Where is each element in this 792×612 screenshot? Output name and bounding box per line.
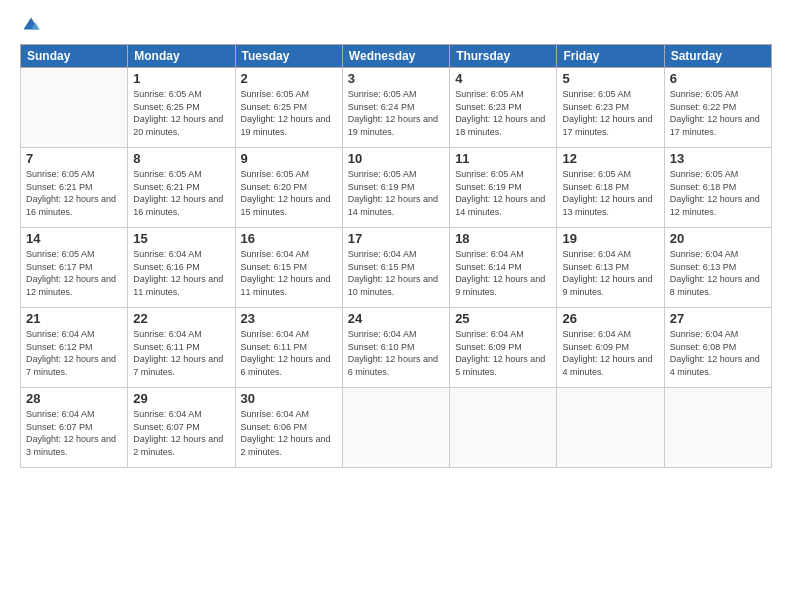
day-info: Sunrise: 6:04 AMSunset: 6:15 PMDaylight:…: [241, 248, 337, 298]
calendar-header-friday: Friday: [557, 45, 664, 68]
calendar-cell: 12Sunrise: 6:05 AMSunset: 6:18 PMDayligh…: [557, 148, 664, 228]
day-info: Sunrise: 6:05 AMSunset: 6:18 PMDaylight:…: [670, 168, 766, 218]
day-number: 15: [133, 231, 229, 246]
day-number: 19: [562, 231, 658, 246]
day-info: Sunrise: 6:05 AMSunset: 6:20 PMDaylight:…: [241, 168, 337, 218]
calendar-cell: 19Sunrise: 6:04 AMSunset: 6:13 PMDayligh…: [557, 228, 664, 308]
day-number: 4: [455, 71, 551, 86]
day-number: 18: [455, 231, 551, 246]
calendar-cell: 18Sunrise: 6:04 AMSunset: 6:14 PMDayligh…: [450, 228, 557, 308]
calendar-cell: 25Sunrise: 6:04 AMSunset: 6:09 PMDayligh…: [450, 308, 557, 388]
calendar-cell: [21, 68, 128, 148]
day-number: 21: [26, 311, 122, 326]
day-number: 5: [562, 71, 658, 86]
day-number: 7: [26, 151, 122, 166]
calendar-header-sunday: Sunday: [21, 45, 128, 68]
day-info: Sunrise: 6:05 AMSunset: 6:23 PMDaylight:…: [455, 88, 551, 138]
calendar-cell: 16Sunrise: 6:04 AMSunset: 6:15 PMDayligh…: [235, 228, 342, 308]
calendar-cell: 11Sunrise: 6:05 AMSunset: 6:19 PMDayligh…: [450, 148, 557, 228]
day-info: Sunrise: 6:04 AMSunset: 6:16 PMDaylight:…: [133, 248, 229, 298]
day-info: Sunrise: 6:04 AMSunset: 6:13 PMDaylight:…: [670, 248, 766, 298]
calendar-week-2: 7Sunrise: 6:05 AMSunset: 6:21 PMDaylight…: [21, 148, 772, 228]
day-info: Sunrise: 6:05 AMSunset: 6:23 PMDaylight:…: [562, 88, 658, 138]
calendar-header-row: SundayMondayTuesdayWednesdayThursdayFrid…: [21, 45, 772, 68]
header: [20, 16, 772, 34]
day-number: 2: [241, 71, 337, 86]
calendar-cell: 10Sunrise: 6:05 AMSunset: 6:19 PMDayligh…: [342, 148, 449, 228]
calendar-header-saturday: Saturday: [664, 45, 771, 68]
calendar-cell: 15Sunrise: 6:04 AMSunset: 6:16 PMDayligh…: [128, 228, 235, 308]
day-number: 11: [455, 151, 551, 166]
day-info: Sunrise: 6:04 AMSunset: 6:13 PMDaylight:…: [562, 248, 658, 298]
calendar-week-3: 14Sunrise: 6:05 AMSunset: 6:17 PMDayligh…: [21, 228, 772, 308]
day-info: Sunrise: 6:05 AMSunset: 6:19 PMDaylight:…: [348, 168, 444, 218]
day-info: Sunrise: 6:05 AMSunset: 6:21 PMDaylight:…: [26, 168, 122, 218]
day-info: Sunrise: 6:04 AMSunset: 6:07 PMDaylight:…: [133, 408, 229, 458]
day-info: Sunrise: 6:05 AMSunset: 6:19 PMDaylight:…: [455, 168, 551, 218]
calendar-cell: [557, 388, 664, 468]
day-number: 23: [241, 311, 337, 326]
calendar-cell: 17Sunrise: 6:04 AMSunset: 6:15 PMDayligh…: [342, 228, 449, 308]
day-info: Sunrise: 6:04 AMSunset: 6:09 PMDaylight:…: [455, 328, 551, 378]
day-info: Sunrise: 6:05 AMSunset: 6:22 PMDaylight:…: [670, 88, 766, 138]
calendar-cell: 23Sunrise: 6:04 AMSunset: 6:11 PMDayligh…: [235, 308, 342, 388]
calendar-week-4: 21Sunrise: 6:04 AMSunset: 6:12 PMDayligh…: [21, 308, 772, 388]
calendar-week-5: 28Sunrise: 6:04 AMSunset: 6:07 PMDayligh…: [21, 388, 772, 468]
day-info: Sunrise: 6:05 AMSunset: 6:25 PMDaylight:…: [133, 88, 229, 138]
day-info: Sunrise: 6:04 AMSunset: 6:15 PMDaylight:…: [348, 248, 444, 298]
calendar-cell: 20Sunrise: 6:04 AMSunset: 6:13 PMDayligh…: [664, 228, 771, 308]
calendar-cell: 27Sunrise: 6:04 AMSunset: 6:08 PMDayligh…: [664, 308, 771, 388]
calendar-cell: 13Sunrise: 6:05 AMSunset: 6:18 PMDayligh…: [664, 148, 771, 228]
calendar-cell: [664, 388, 771, 468]
calendar-cell: 30Sunrise: 6:04 AMSunset: 6:06 PMDayligh…: [235, 388, 342, 468]
calendar-cell: 5Sunrise: 6:05 AMSunset: 6:23 PMDaylight…: [557, 68, 664, 148]
day-info: Sunrise: 6:04 AMSunset: 6:06 PMDaylight:…: [241, 408, 337, 458]
logo-icon: [22, 16, 40, 34]
day-info: Sunrise: 6:04 AMSunset: 6:12 PMDaylight:…: [26, 328, 122, 378]
day-number: 28: [26, 391, 122, 406]
day-number: 10: [348, 151, 444, 166]
day-info: Sunrise: 6:04 AMSunset: 6:08 PMDaylight:…: [670, 328, 766, 378]
calendar-cell: [450, 388, 557, 468]
day-number: 26: [562, 311, 658, 326]
day-info: Sunrise: 6:05 AMSunset: 6:18 PMDaylight:…: [562, 168, 658, 218]
calendar-cell: 6Sunrise: 6:05 AMSunset: 6:22 PMDaylight…: [664, 68, 771, 148]
day-info: Sunrise: 6:04 AMSunset: 6:11 PMDaylight:…: [241, 328, 337, 378]
day-number: 29: [133, 391, 229, 406]
day-number: 30: [241, 391, 337, 406]
day-number: 13: [670, 151, 766, 166]
day-number: 24: [348, 311, 444, 326]
day-number: 6: [670, 71, 766, 86]
day-info: Sunrise: 6:05 AMSunset: 6:24 PMDaylight:…: [348, 88, 444, 138]
calendar-cell: 22Sunrise: 6:04 AMSunset: 6:11 PMDayligh…: [128, 308, 235, 388]
day-number: 16: [241, 231, 337, 246]
day-info: Sunrise: 6:05 AMSunset: 6:21 PMDaylight:…: [133, 168, 229, 218]
day-number: 27: [670, 311, 766, 326]
day-number: 22: [133, 311, 229, 326]
day-number: 20: [670, 231, 766, 246]
day-number: 25: [455, 311, 551, 326]
day-number: 8: [133, 151, 229, 166]
calendar-cell: [342, 388, 449, 468]
calendar-cell: 28Sunrise: 6:04 AMSunset: 6:07 PMDayligh…: [21, 388, 128, 468]
day-info: Sunrise: 6:05 AMSunset: 6:17 PMDaylight:…: [26, 248, 122, 298]
logo: [20, 16, 40, 34]
day-info: Sunrise: 6:04 AMSunset: 6:10 PMDaylight:…: [348, 328, 444, 378]
day-number: 3: [348, 71, 444, 86]
calendar-header-wednesday: Wednesday: [342, 45, 449, 68]
day-info: Sunrise: 6:04 AMSunset: 6:07 PMDaylight:…: [26, 408, 122, 458]
calendar-cell: 9Sunrise: 6:05 AMSunset: 6:20 PMDaylight…: [235, 148, 342, 228]
calendar-cell: 21Sunrise: 6:04 AMSunset: 6:12 PMDayligh…: [21, 308, 128, 388]
day-info: Sunrise: 6:04 AMSunset: 6:11 PMDaylight:…: [133, 328, 229, 378]
day-info: Sunrise: 6:04 AMSunset: 6:14 PMDaylight:…: [455, 248, 551, 298]
calendar-cell: 4Sunrise: 6:05 AMSunset: 6:23 PMDaylight…: [450, 68, 557, 148]
day-number: 17: [348, 231, 444, 246]
calendar-header-tuesday: Tuesday: [235, 45, 342, 68]
day-info: Sunrise: 6:05 AMSunset: 6:25 PMDaylight:…: [241, 88, 337, 138]
day-number: 9: [241, 151, 337, 166]
calendar-cell: 29Sunrise: 6:04 AMSunset: 6:07 PMDayligh…: [128, 388, 235, 468]
calendar-week-1: 1Sunrise: 6:05 AMSunset: 6:25 PMDaylight…: [21, 68, 772, 148]
day-number: 14: [26, 231, 122, 246]
calendar: SundayMondayTuesdayWednesdayThursdayFrid…: [20, 44, 772, 468]
day-info: Sunrise: 6:04 AMSunset: 6:09 PMDaylight:…: [562, 328, 658, 378]
